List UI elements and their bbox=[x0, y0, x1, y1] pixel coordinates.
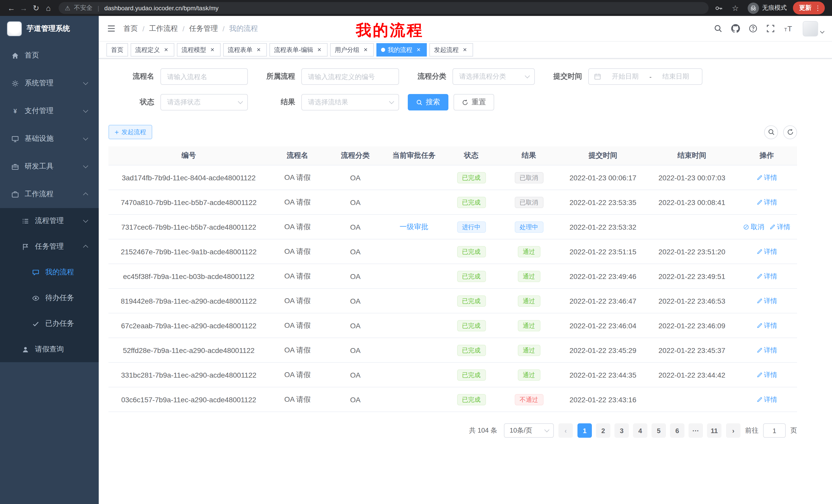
create-process-button[interactable]: + 发起流程 bbox=[108, 125, 152, 139]
breadcrumb-item[interactable]: 任务管理 bbox=[189, 24, 218, 33]
tab-item[interactable]: 我的流程× bbox=[376, 43, 427, 57]
avatar[interactable] bbox=[803, 21, 818, 36]
help-icon[interactable] bbox=[749, 24, 757, 33]
detail-link[interactable]: 详情 bbox=[756, 247, 777, 256]
page-button[interactable]: 2 bbox=[596, 423, 610, 438]
sidebar-item-payment-mgmt[interactable]: ¥支付管理 bbox=[0, 97, 99, 125]
cell-submit-time: 2022-01-23 00:06:17 bbox=[558, 173, 647, 181]
security-label[interactable]: 不安全 bbox=[74, 4, 93, 12]
sidebar-item-done-tasks[interactable]: 已办任务 bbox=[0, 311, 99, 337]
close-icon[interactable]: × bbox=[461, 46, 468, 53]
tab-item[interactable]: 流程模型× bbox=[177, 43, 220, 57]
detail-link[interactable]: 详情 bbox=[756, 395, 777, 404]
tab-item[interactable]: 流程定义× bbox=[131, 43, 174, 57]
page-more-button[interactable]: ··· bbox=[688, 423, 703, 438]
font-size-icon[interactable]: TT bbox=[784, 24, 793, 33]
close-icon[interactable]: × bbox=[415, 46, 422, 53]
update-button[interactable]: 更新 ⋮ bbox=[793, 2, 825, 15]
github-icon[interactable] bbox=[731, 24, 740, 33]
close-icon[interactable]: × bbox=[255, 46, 262, 53]
tab-item[interactable]: 流程表单-编辑× bbox=[269, 43, 328, 57]
detail-link[interactable]: 详情 bbox=[769, 222, 790, 231]
address-bar[interactable]: ⚠ 不安全 | dashboard.yudao.iocoder.cn/bpm/t… bbox=[59, 2, 709, 14]
current-task-link[interactable]: 一级审批 bbox=[399, 222, 428, 231]
detail-link[interactable]: 详情 bbox=[756, 296, 777, 305]
end-date-placeholder[interactable]: 结束日期 bbox=[655, 72, 697, 81]
result-select[interactable]: 请选择流结果 bbox=[301, 94, 399, 110]
back-icon[interactable]: ← bbox=[5, 0, 18, 16]
sidebar-item-todo-tasks[interactable]: 待办任务 bbox=[0, 285, 99, 311]
breadcrumb-item[interactable]: 工作流程 bbox=[149, 24, 178, 33]
page-button[interactable]: 1 bbox=[577, 423, 592, 438]
cell-submit-time: 2022-01-22 23:45:29 bbox=[558, 346, 647, 354]
breadcrumb-item[interactable]: 首页 bbox=[123, 24, 138, 33]
detail-link[interactable]: 详情 bbox=[756, 198, 777, 207]
close-icon[interactable]: × bbox=[209, 46, 216, 53]
user-menu[interactable] bbox=[803, 21, 824, 36]
status-select[interactable]: 请选择状态 bbox=[160, 94, 248, 110]
tab-item[interactable]: 流程表单× bbox=[223, 43, 267, 57]
filter-process-def: 所属流程 bbox=[257, 68, 399, 85]
detail-link[interactable]: 详情 bbox=[756, 321, 777, 330]
reset-button[interactable]: 重置 bbox=[453, 94, 494, 110]
url-text[interactable]: dashboard.yudao.iocoder.cn/bpm/task/my bbox=[104, 4, 218, 11]
detail-link[interactable]: 详情 bbox=[756, 370, 777, 380]
detail-link[interactable]: 详情 bbox=[756, 345, 777, 355]
sidebar-item-workflow[interactable]: 工作流程 bbox=[0, 180, 99, 208]
close-icon[interactable]: × bbox=[362, 46, 369, 53]
status-tag: 进行中 bbox=[457, 221, 486, 232]
kebab-menu-icon[interactable]: ⋮ bbox=[814, 4, 821, 12]
category-select[interactable]: 请选择流程分类 bbox=[452, 68, 535, 85]
tab-item[interactable]: 发起流程× bbox=[430, 43, 473, 57]
date-range-picker[interactable]: 开始日期 - 结束日期 bbox=[588, 68, 702, 85]
page-button[interactable]: 5 bbox=[651, 423, 666, 438]
sidebar-item-task-mgmt[interactable]: 任务管理 bbox=[0, 234, 99, 259]
search-button[interactable]: 搜索 bbox=[408, 94, 448, 110]
cancel-link[interactable]: 取消 bbox=[743, 222, 764, 231]
prev-page-button[interactable]: ‹ bbox=[558, 423, 573, 438]
close-icon[interactable]: × bbox=[162, 46, 170, 53]
table-row: 3ad174fb-7b9d-11ec-8404-acde48001122OA 请… bbox=[108, 165, 797, 190]
sidebar-item-infrastructure[interactable]: 基础设施 bbox=[0, 125, 99, 152]
forward-icon[interactable]: → bbox=[18, 0, 30, 16]
detail-link[interactable]: 详情 bbox=[756, 173, 777, 182]
detail-link[interactable]: 详情 bbox=[756, 272, 777, 281]
sidebar-item-leave-query[interactable]: 请假查询 bbox=[0, 337, 99, 362]
sidebar-item-system-mgmt[interactable]: 系统管理 bbox=[0, 69, 99, 97]
reload-icon[interactable]: ↻ bbox=[30, 0, 42, 16]
search-toggle-button[interactable] bbox=[764, 125, 778, 139]
close-icon[interactable]: × bbox=[316, 46, 323, 53]
process-name-input[interactable] bbox=[160, 68, 248, 85]
browser-home-icon[interactable]: ⌂ bbox=[42, 0, 54, 16]
sidebar-item-dev-tools[interactable]: 研发工具 bbox=[0, 152, 99, 180]
page-button[interactable]: 11 bbox=[707, 423, 722, 438]
bookmark-star-icon[interactable]: ☆ bbox=[729, 0, 742, 16]
start-date-placeholder[interactable]: 开始日期 bbox=[604, 72, 646, 81]
cell-submit-time: 2022-01-22 23:49:46 bbox=[558, 272, 647, 280]
app-logo[interactable]: 芋道管理系统 bbox=[0, 16, 99, 41]
tags-bar: 首页流程定义×流程模型×流程表单×流程表单-编辑×用户分组×我的流程×发起流程× bbox=[99, 41, 832, 59]
search-icon[interactable] bbox=[714, 24, 723, 33]
sidebar-item-my-process[interactable]: 我的流程 bbox=[0, 259, 99, 285]
sidebar-item-home[interactable]: 首页 bbox=[0, 41, 99, 69]
sidebar-item-process-mgmt[interactable]: 流程管理 bbox=[0, 208, 99, 234]
page-size-select[interactable]: 10条/页 bbox=[504, 423, 554, 438]
process-def-input[interactable] bbox=[301, 68, 399, 85]
cell-process-name: OA 请假 bbox=[269, 345, 326, 355]
chat-icon bbox=[31, 268, 40, 276]
status-tag: 已完成 bbox=[457, 271, 486, 282]
page-button[interactable]: 3 bbox=[615, 423, 629, 438]
key-icon[interactable] bbox=[715, 4, 723, 12]
tab-item[interactable]: 用户分组× bbox=[330, 43, 374, 57]
next-page-button[interactable]: › bbox=[726, 423, 740, 438]
sidebar-toggle-icon[interactable] bbox=[107, 24, 116, 33]
jump-page-input[interactable] bbox=[763, 423, 786, 438]
cell-actions: 详情 bbox=[736, 173, 797, 182]
tab-item[interactable]: 首页 bbox=[106, 43, 128, 57]
sidebar: 芋道管理系统 首页系统管理¥支付管理基础设施研发工具工作流程流程管理任务管理我的… bbox=[0, 16, 99, 504]
fullscreen-icon[interactable] bbox=[766, 24, 775, 33]
page-button[interactable]: 6 bbox=[670, 423, 684, 438]
page-button[interactable]: 4 bbox=[633, 423, 647, 438]
sidebar-item-label: 工作流程 bbox=[25, 190, 53, 199]
refresh-button[interactable] bbox=[783, 125, 797, 139]
